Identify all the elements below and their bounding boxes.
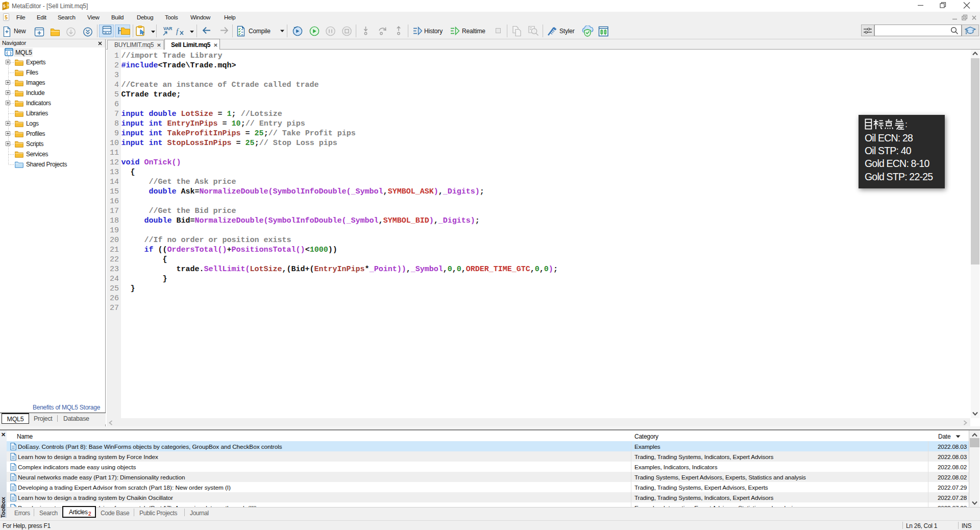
svg-text:5: 5 [5,15,8,20]
svg-text:5: 5 [3,4,6,9]
svg-text:VAR: VAR [163,26,172,31]
svg-text:f: f [176,27,179,35]
svg-text::: : [905,119,907,129]
